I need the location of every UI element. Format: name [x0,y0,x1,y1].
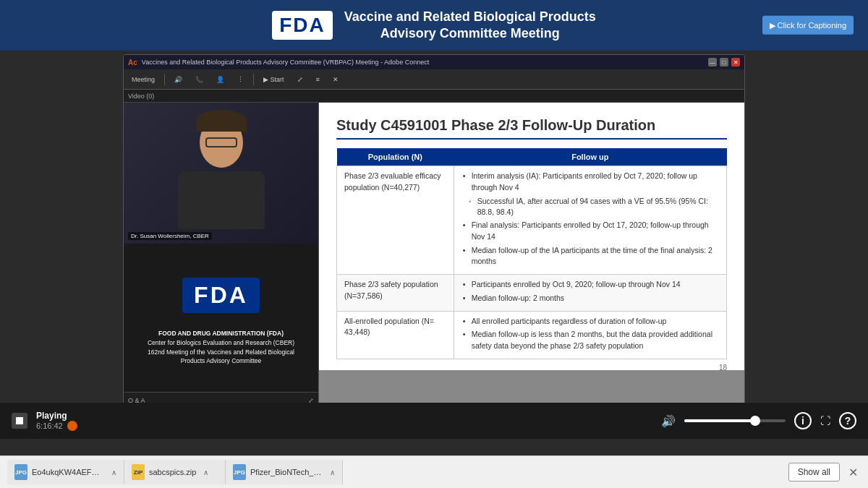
playback-time: 6:16:42 [36,421,63,430]
filename-3: Pfizer_BioNTech_V....jpg [250,468,323,476]
fda-brand-panel: FDA FOOD AND DRUG ADMINISTRATION (FDA) C… [124,244,318,392]
bullet-2-2: Median follow-up: 2 months [461,293,719,304]
titlebar-left: Ac Vaccines and Related Biological Produ… [128,59,429,67]
toolbar-close[interactable]: ✕ [329,74,342,85]
presenter-hair [196,110,247,132]
presenter-glasses [205,137,237,147]
download-item-2[interactable]: ZIP sabcspics.zip ∧ [124,460,226,484]
bullet-1-2: Successful IA, after accrual of 94 cases… [461,196,719,219]
study-table: Population (N) Follow up Phase 2/3 evalu… [336,148,727,359]
presenter-head [200,117,243,168]
adobe-logo: Ac [128,59,137,67]
main-content: Dr. Susan Wollersheim, CBER FDA FOOD AND… [124,103,744,408]
presenter-video [149,110,294,240]
filename-1: Eo4ukqKW4AEFPFP.jpg [32,468,104,476]
ac-toolbar: Meeting 🔊 📞 👤 ⋮ ▶ Start ⤢ ≡ ✕ [124,69,744,90]
right-panel: Study C4591001 Phase 2/3 Follow-Up Durat… [319,103,744,408]
slide-underline [336,138,727,140]
jpg-icon-1: JPG [14,464,27,480]
bullet-1-3: Final analysis: Participants enrolled by… [461,220,719,243]
fullscreen-button[interactable]: ⛶ [820,415,830,427]
fda-banner: FDA Vaccine and Related Biological Produ… [0,0,868,51]
stop-button[interactable] [12,413,27,429]
time-area: 6:16:42 [36,421,77,431]
download-item-1[interactable]: JPG Eo4ukqKW4AEFPFP.jpg ∧ [7,460,124,484]
download-item-3[interactable]: JPG Pfizer_BioNTech_V....jpg ∧ [226,460,343,484]
toolbar-layout[interactable]: ⋮ [234,74,247,85]
toolbar-expand[interactable]: ⤢ [294,74,307,85]
info-button[interactable]: i [794,412,812,429]
presenter-body [178,171,265,229]
bullet-1-4: Median follow-up of the IA participants … [461,245,719,268]
toolbar-attendees[interactable]: 👤 [213,74,228,85]
bullet-2-1: Participants enrolled by Oct 9, 2020; fo… [461,279,719,291]
banner-title: Vaccine and Related Biological Products … [344,9,596,43]
caption-button[interactable]: ▶ Click for Captioning [762,16,854,35]
slide-title: Study C4591001 Phase 2/3 Follow-Up Durat… [336,117,727,134]
bullet-1-1: Interim analysis (IA): Participants enro… [461,171,719,194]
volume-icon[interactable]: 🔊 [661,414,676,428]
table-header-followup: Follow up [454,148,726,166]
stop-icon [16,417,23,424]
followup-cell-2: Participants enrolled by Oct 9, 2020; fo… [454,275,726,312]
table-header-population: Population (N) [337,148,454,166]
table-row: All-enrolled population (N= 43,448) All … [337,311,727,359]
bullet-3-2: Median follow-up is less than 2 months, … [461,329,719,352]
zip-icon: ZIP [132,464,145,480]
downloads-close-button[interactable]: ✕ [846,463,861,482]
population-cell-1: Phase 2/3 evaluable efficacy population … [337,166,454,275]
table-row: Phase 2/3 evaluable efficacy population … [337,166,727,275]
fda-logo: FDA [272,11,333,40]
volume-fill [684,419,755,422]
filename-2: sabcspics.zip [149,468,196,476]
downloads-bar: JPG Eo4ukqKW4AEFPFP.jpg ∧ ZIP sabcspics.… [0,455,868,488]
fda-description: FOOD AND DRUG ADMINISTRATION (FDA) Cente… [148,329,294,366]
minimize-button[interactable]: — [708,58,717,67]
window-title: Vaccines and Related Biological Products… [142,59,429,66]
slide-number: 18 [336,364,727,370]
banner-content: FDA Vaccine and Related Biological Produ… [272,9,596,43]
fda-brand-logo: FDA [178,270,265,320]
chevron-1: ∧ [111,468,116,476]
window-titlebar: Ac Vaccines and Related Biological Produ… [124,55,744,69]
population-cell-2: Phase 2/3 safety population (N=37,586) [337,275,454,312]
video-label: Video (0) [124,90,744,103]
volume-slider[interactable] [684,419,786,422]
toolbar-audio[interactable]: 🔊 [171,74,186,85]
presenter-name-label: Dr. Susan Wollersheim, CBER [128,232,212,240]
video-content: Dr. Susan Wollersheim, CBER [124,103,318,244]
playing-status: Playing [36,411,77,421]
bullet-3-1: All enrolled participants regardless of … [461,316,719,328]
toolbar-more[interactable]: ≡ [312,74,323,85]
table-row: Phase 2/3 safety population (N=37,586) P… [337,275,727,312]
toolbar-phone[interactable]: 📞 [192,74,207,85]
volume-handle[interactable] [750,416,760,426]
slide-area: Study C4591001 Phase 2/3 Follow-Up Durat… [319,103,744,370]
chevron-3: ∧ [330,468,335,476]
chevron-2: ∧ [203,468,208,476]
toolbar-meeting[interactable]: Meeting [128,74,158,85]
toolbar-sep-2 [253,74,254,85]
followup-cell-3: All enrolled participants regardless of … [454,311,726,359]
jpg-icon-2: JPG [233,464,246,480]
live-indicator [67,421,77,431]
population-cell-3: All-enrolled population (N= 43,448) [337,311,454,359]
fda-box-logo: FDA [182,278,260,313]
show-all-button[interactable]: Show all [788,463,840,481]
video-controls-bar: Playing 6:16:42 🔊 i ⛶ ? [0,403,868,439]
toolbar-sep-1 [164,74,165,85]
adobe-connect-window: Ac Vaccines and Related Biological Produ… [123,54,745,408]
followup-cell-1: Interim analysis (IA): Participants enro… [454,166,726,275]
restore-button[interactable]: □ [720,58,728,67]
status-area: Playing 6:16:42 [36,411,77,431]
window-controls[interactable]: — □ ✕ [708,58,740,67]
help-button[interactable]: ? [839,412,856,429]
toolbar-start[interactable]: ▶ Start [260,74,288,85]
close-button[interactable]: ✕ [731,58,740,67]
left-panel: Dr. Susan Wollersheim, CBER FDA FOOD AND… [124,103,319,408]
video-panel: Dr. Susan Wollersheim, CBER [124,103,318,244]
